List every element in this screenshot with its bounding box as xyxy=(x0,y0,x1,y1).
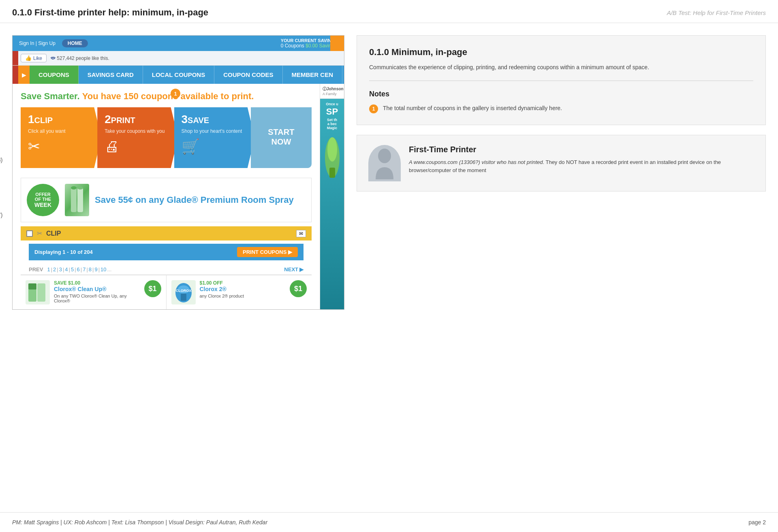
nav-arrow-icon[interactable]: ▶ xyxy=(18,66,30,84)
page-header: 0.1.0 First-time printer help: minimum, … xyxy=(0,0,778,23)
mockup-wrapper: 3) 7) Sign In | Sign Up HOME YOUR CURREN… xyxy=(12,35,344,310)
savings-area: YOUR CURRENT SAVINGS 0 Coupons $0.00 Sav… xyxy=(281,38,338,49)
save-smarter-text: Save Smarter. You have 150 coupons avail… xyxy=(21,91,312,102)
note-item-1: 1 The total number of coupons in the gal… xyxy=(369,104,753,113)
coupon-2-image: CLOROX xyxy=(171,280,196,304)
printer-avatar xyxy=(368,145,401,181)
badge-1: 1 xyxy=(171,89,180,98)
glade-ad: Once u SP Set th a bec Magic xyxy=(320,99,344,309)
mockup-inner: Sign In | Sign Up HOME YOUR CURRENT SAVI… xyxy=(12,35,344,310)
coupons-row: SAVE $1.00 Clorox® Clean Up® On any TWO … xyxy=(21,275,312,309)
clip-label[interactable]: CLIP xyxy=(46,230,292,237)
glade-line-1: Once u xyxy=(322,102,342,106)
save-smarter-section: 1 Save Smarter. You have 150 coupons ava… xyxy=(13,84,320,178)
page-5[interactable]: 5 xyxy=(71,266,74,272)
svg-rect-9 xyxy=(181,294,186,301)
offer-badge-line1: OFFER xyxy=(35,192,50,197)
home-button[interactable]: HOME xyxy=(62,39,88,47)
ab-test-label: A/B Test: Help for First-Time Printers xyxy=(667,9,766,16)
signin-area: Sign In | Sign Up HOME xyxy=(19,39,88,47)
info-box-title: 0.1.0 Minimum, in-page xyxy=(369,47,753,57)
info-box-desc: Communicates the experience of clipping,… xyxy=(369,63,753,81)
page-7[interactable]: 7 xyxy=(83,266,85,272)
mockup-main: 1 Save Smarter. You have 150 coupons ava… xyxy=(13,84,320,309)
sign-in-text[interactable]: Sign In | Sign Up xyxy=(19,40,56,46)
left-label-7: 7) xyxy=(0,212,2,218)
main-layout: 3) 7) Sign In | Sign Up HOME YOUR CURREN… xyxy=(0,23,778,310)
nav-tab-coupons[interactable]: COUPONS xyxy=(30,66,79,84)
pagination-row: PREV 1| 2| 3| 4| 5| 6| 7| 8| 9| 10 ... xyxy=(21,264,312,275)
mockup-right-ad: ⓙJohnson A Family Once u SP Set th a bec… xyxy=(320,84,344,309)
offer-badge-line3: WEEK xyxy=(34,202,51,208)
savings-label: YOUR CURRENT SAVINGS xyxy=(281,38,338,43)
coupon-1-image xyxy=(26,280,50,304)
coupon-card-1: SAVE $1.00 Clorox® Clean Up® On any TWO … xyxy=(21,275,167,309)
start-now-button[interactable]: START NOW xyxy=(251,107,312,168)
offer-product-image xyxy=(65,184,89,216)
notes-title: Notes xyxy=(369,90,753,98)
svg-point-2 xyxy=(71,186,77,189)
step-3: 3SAVE Shop to your heart's content 🛒 xyxy=(174,107,255,168)
coupon-2-info: $1.00 OFF Clorox 2® any Clorox 2® produc… xyxy=(200,280,286,298)
page-4[interactable]: 4 xyxy=(65,266,68,272)
left-label-3: 3) xyxy=(0,157,2,163)
note-badge-1: 1 xyxy=(369,104,378,113)
step-1-icon: ✂ xyxy=(28,138,94,155)
fb-icon: 👍 xyxy=(25,55,32,61)
page-1[interactable]: 1 xyxy=(47,266,50,272)
scissors-icon: ✂ xyxy=(37,230,42,237)
johnson-tagline: A Family xyxy=(323,92,342,96)
nav-tab-savings-card[interactable]: SAVINGS CARD xyxy=(79,66,143,84)
nav-tab-local-coupons[interactable]: LOCAL COUPONS xyxy=(143,66,214,84)
step-3-num: 3SAVE xyxy=(182,113,248,126)
mockup-content-row: 1 Save Smarter. You have 150 coupons ava… xyxy=(13,84,344,309)
print-coupons-button[interactable]: PRINT COUPONS ▶ xyxy=(237,247,298,257)
coupon-1-save: SAVE $1.00 xyxy=(54,280,140,286)
coupon-card-2: CLOROX $1.00 OFF Clorox 2® any Clorox 2®… xyxy=(167,275,312,309)
nav-tab-coupon-codes[interactable]: COUPON CODES xyxy=(214,66,282,84)
display-count: Displaying 1 - 10 of 204 xyxy=(34,249,93,255)
step-3-desc: Shop to your heart's content xyxy=(182,128,248,134)
johnson-ad: ⓙJohnson A Family xyxy=(320,84,344,99)
coupon-2-detail: any Clorox 2® product xyxy=(200,294,286,298)
step-1: 1CLIP Click all you want ✂ xyxy=(21,107,101,168)
offer-text: Save 55¢ on any Glade® Premium Room Spra… xyxy=(95,194,306,206)
coupon-1-name: Clorox® Clean Up® xyxy=(54,286,140,292)
steps-container: 1CLIP Click all you want ✂ 2PRINT Take xyxy=(21,107,312,168)
save-smarter-orange: You have 150 coupons available to print. xyxy=(82,91,254,101)
step-3-icon: 🛒 xyxy=(182,138,248,155)
like-button[interactable]: 👍 Like xyxy=(21,54,47,62)
clip-email-icon[interactable]: ✉ xyxy=(296,230,306,237)
printer-desc-italic: A www.coupons.com (13306?) visitor who h… xyxy=(409,159,544,165)
pagination-bar-wrapper: Displaying 1 - 10 of 204 PRINT COUPONS ▶… xyxy=(21,244,312,275)
page-9[interactable]: 9 xyxy=(94,266,97,272)
mockup-top-bar: Sign In | Sign Up HOME YOUR CURRENT SAVI… xyxy=(13,36,344,51)
page-2[interactable]: 2 xyxy=(53,266,56,272)
fb-count: 🗢 527,442 people like this. xyxy=(51,55,109,61)
step-1-num: 1CLIP xyxy=(28,113,94,126)
clip-checkbox[interactable] xyxy=(26,230,33,237)
page-8[interactable]: 8 xyxy=(89,266,92,272)
page-3[interactable]: 3 xyxy=(59,266,62,272)
page-footer: PM: Matt Spragins | UX: Rob Ashcom | Tex… xyxy=(0,512,778,532)
mockup-nav: ▶ COUPONS SAVINGS CARD LOCAL COUPONS COU… xyxy=(13,66,344,84)
info-box: 0.1.0 Minimum, in-page Communicates the … xyxy=(357,35,766,125)
coupon-2-name: Clorox 2® xyxy=(200,286,286,292)
svg-point-14 xyxy=(378,149,391,163)
step-1-desc: Click all you want xyxy=(28,128,94,134)
like-label: Like xyxy=(33,55,42,61)
nav-tab-member-center[interactable]: MEMBER CEN xyxy=(283,66,343,84)
step-2: 2PRINT Take your coupons with you 🖨 xyxy=(97,107,178,168)
page-6[interactable]: 6 xyxy=(77,266,80,272)
svg-rect-1 xyxy=(77,188,83,212)
page-10[interactable]: 10 xyxy=(100,266,106,272)
next-button[interactable]: NEXT ▶ xyxy=(284,266,304,272)
glade-line-3: a bec xyxy=(322,122,342,126)
footer-credits: PM: Matt Spragins | UX: Rob Ashcom | Tex… xyxy=(12,519,267,526)
note-text-1: The total number of coupons in the galle… xyxy=(383,104,562,113)
pagination-bar: Displaying 1 - 10 of 204 PRINT COUPONS ▶ xyxy=(29,244,304,260)
red-strip xyxy=(13,51,18,65)
offer-section: OFFER of the WEEK Save xyxy=(21,178,312,222)
prev-button[interactable]: PREV xyxy=(29,266,43,272)
glade-sp: SP xyxy=(322,107,342,116)
